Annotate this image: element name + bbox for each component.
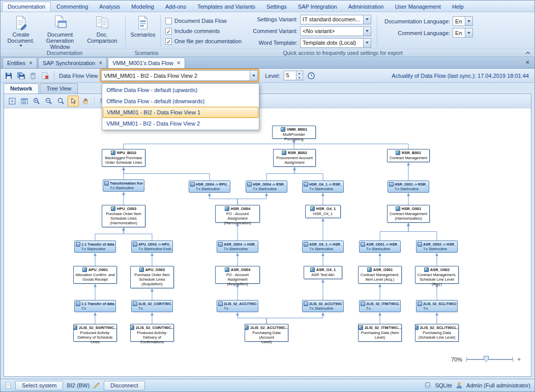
save-icon[interactable]	[3, 70, 14, 81]
zoom-out-icon[interactable]	[43, 96, 54, 107]
disconnect-button[interactable]: Disconnect	[104, 381, 144, 390]
zoom-slider[interactable]	[466, 359, 513, 360]
view-tab-network[interactable]: Network	[4, 83, 39, 94]
chevron-down-icon[interactable]	[363, 15, 371, 24]
zoom-slider-thumb[interactable]	[484, 356, 489, 363]
node-RPU_B010[interactable]: RPU_B010Backlogged PurchaseOrder Schedul…	[102, 149, 145, 167]
ribbon-tab-templates-and-variants[interactable]: Templates and Variants	[192, 2, 261, 12]
delete-icon[interactable]	[27, 70, 39, 81]
collapse-ribbon-button[interactable]	[521, 50, 534, 56]
combo-comment-language[interactable]: En	[453, 28, 473, 38]
node-DS_SGR[interactable]: 2LIS_02_SGR/T90C...Produced Activity:Del…	[73, 324, 117, 342]
combo-settings-variant[interactable]: IT standard documen...	[300, 15, 371, 24]
create-document-button[interactable]: Create Document.	[3, 13, 39, 48]
ribbon-tab-sap-integration[interactable]: SAP Integration	[292, 2, 343, 12]
ribbon-tab-help[interactable]: Help	[447, 2, 469, 12]
ribbon-tab-administration[interactable]: Administration	[343, 2, 390, 12]
node-ASR_O001[interactable]: ASR_O001Contract Management,Item Level (…	[358, 266, 402, 284]
chevron-down-icon[interactable]	[363, 39, 371, 47]
node-T5[interactable]: HSR_O001 -> RSR_B001T:x Startroutine	[388, 180, 429, 193]
node-T7[interactable]: APU_O003 -> HPU_O003T:x Startroutine End…	[131, 240, 173, 253]
ribbon-tab-analysis[interactable]: Analysis	[94, 2, 126, 12]
checkbox-one-file-per-documentation[interactable]: ✓One file per documentation	[165, 38, 242, 45]
dropdown-item-offline-data-flow-default-upwards[interactable]: Offline Data Flow - default (upwards)	[103, 84, 258, 96]
combo-word-template[interactable]: Template.dotx (Local)	[300, 38, 371, 48]
node-ASR_O4_1[interactable]: ASR_O4_1ASR Test Alin	[304, 266, 342, 279]
node-DS_ACC[interactable]: 2LIS_02_ACC/T90C...Purchasing Data (Acco…	[245, 324, 288, 342]
node-T16[interactable]: 2LIS_02_ITM/T90CLNT090 ->...T:x	[359, 300, 401, 312]
node-T12[interactable]: 1:1 Transfer of data from 2LIS...T:x	[74, 300, 116, 312]
node-VMM_M001[interactable]: VMM_M001MultiProvider Purchasing	[272, 126, 316, 139]
view-tab-tree-view[interactable]: Tree View	[40, 83, 78, 94]
close-tab-icon[interactable]: ×	[99, 61, 102, 66]
node-T11[interactable]: ASR_O002 -> HSR_O001T:x Startroutine	[416, 240, 458, 253]
close-tab-icon[interactable]: ×	[177, 61, 181, 66]
dropdown-item-vmm-mm01-bi2-data-flow-view-2[interactable]: VMM_MM01 - BI2 - Data Flow View 2	[103, 118, 258, 129]
document-tab-vmm-m001-s-data-flow[interactable]: VMM_M001's Data Flow×	[108, 57, 185, 68]
dropdown-item-vmm-mm01-bi2-data-flow-view-1[interactable]: VMM_MM01 - BI2 - Data Flow View 1	[103, 107, 258, 118]
spinner-up-icon[interactable]: ▲	[296, 71, 303, 76]
node-APU_O003[interactable]: APU_O003Purchase Order ItemSchedule Line…	[130, 266, 174, 288]
node-HSR_O001[interactable]: HSR_O001Contract Management(Harmonizatio…	[387, 205, 430, 223]
edit-connection-icon[interactable]	[93, 382, 100, 389]
node-DS_ITM[interactable]: 2LIS_02_ITM/T90C...Purchasing Data (Item…	[358, 324, 402, 342]
node-APU_O001[interactable]: APU_O001Allocation Confirm. andGoods Rec…	[73, 266, 117, 284]
zoom-in-icon[interactable]	[31, 96, 42, 107]
pan-hand-icon[interactable]	[80, 96, 91, 107]
remove-view-icon[interactable]	[40, 70, 51, 81]
node-RSR_B001[interactable]: RSR_B001Contract Management	[387, 149, 430, 162]
node-RSR_B002[interactable]: RSR_B002Procurement AccountAssignment	[273, 149, 316, 167]
node-HSR_O004[interactable]: HSR_O004PO - Account Assignment(Harmoniz…	[215, 205, 260, 223]
node-T8[interactable]: ASR_O004 -> HSR_O004T:x Startroutine	[217, 240, 258, 253]
node-T1[interactable]: Transformation from DSO HP...T:x Startro…	[103, 179, 144, 192]
checkbox-box-icon[interactable]	[165, 18, 172, 24]
save-all-icon[interactable]	[15, 70, 26, 81]
node-HSR_O4_1[interactable]: HSR_O4_1HSR_O4_1	[305, 205, 341, 218]
checkbox-include-comments[interactable]: ✓Include comments	[165, 28, 242, 35]
ribbon-tab-add-ons[interactable]: Add-ons	[160, 2, 192, 12]
node-HPU_O003[interactable]: HPU_O003Purchase Order ItemSchedule Line…	[102, 205, 145, 227]
ribbon-tab-documentation[interactable]: Documentation	[2, 2, 51, 12]
node-T2[interactable]: HSR_O004 -> RPU_B010T:x Startroutine	[189, 180, 230, 193]
node-ASR_O004[interactable]: ASR_O004PO - Account Assignment(Acquisit…	[215, 266, 260, 284]
node-T17[interactable]: 2LIS_02_SCL/T90CLNT090 ->...T:x	[416, 300, 458, 312]
fit-to-window-icon[interactable]	[7, 96, 18, 107]
chevron-down-icon[interactable]	[465, 17, 472, 25]
diagram-canvas[interactable]: 70% + VMM_M001MultiProvider PurchasingRP…	[4, 108, 531, 376]
chevron-down-icon[interactable]	[363, 27, 371, 36]
ribbon-tab-modeling[interactable]: Modeling	[126, 2, 160, 12]
spinner-down-icon[interactable]: ▼	[296, 76, 303, 80]
select-system-button[interactable]: Select system	[15, 381, 63, 390]
close-tab-icon[interactable]: ×	[29, 61, 33, 66]
clock-icon[interactable]	[306, 70, 317, 81]
node-T14[interactable]: 2LIS_02_ACC/T90CLNT090 ->...T:x	[217, 300, 258, 312]
node-T3[interactable]: HSR_O004 -> RSR_B002T:x Startroutine	[246, 180, 287, 193]
node-T15[interactable]: 2LIS_02_ACC/T90CLNT090 ->...T:x Startrou…	[302, 300, 344, 312]
close-document-icon[interactable]: ×	[523, 58, 531, 68]
node-DS_SCL[interactable]: 2LIS_02_SCL/T90CL...Purchasing Data(Sche…	[415, 324, 459, 342]
document-tab-sap-synchronization[interactable]: SAP Synchronization×	[38, 57, 107, 68]
data-flow-view-combo[interactable]: VMM_MM01 - BI2 - Data Flow View 2	[101, 70, 258, 81]
checkbox-document-data-flow[interactable]: Document Data Flow	[165, 18, 242, 24]
ribbon-tab-user-management[interactable]: User Management	[389, 2, 447, 12]
level-spinner[interactable]: 5 ▲▼	[284, 71, 303, 80]
node-T4[interactable]: HSR_O4_1 -> RSR_B002T:x Startroutine	[302, 180, 344, 193]
select-cursor-icon[interactable]	[68, 96, 79, 107]
dropdown-item-offline-data-flow-default-downwards[interactable]: Offline Data Flow - default (downwards)	[103, 96, 258, 107]
overview-window-icon[interactable]	[19, 96, 30, 107]
combo-comment-variant[interactable]: <No variant>	[300, 26, 371, 36]
doc-comparison-button[interactable]: Doc. Comparison	[81, 13, 124, 45]
node-T6[interactable]: 1:1 Transfer of data from APU...T:x Star…	[74, 240, 116, 253]
node-T10[interactable]: ASR_O001 -> HSR_O001T:x Startroutine	[359, 240, 401, 253]
node-ASR_O002[interactable]: ASR_O002Contract Management,Schedule Lin…	[415, 266, 459, 284]
chevron-down-icon[interactable]	[250, 71, 257, 80]
ribbon-tab-settings[interactable]: Settings	[261, 2, 292, 12]
chevron-down-icon[interactable]	[465, 28, 472, 37]
scenarios-button[interactable]: Scenarios	[127, 13, 159, 39]
checkbox-box-icon[interactable]: ✓	[165, 38, 172, 45]
document-tab-entities[interactable]: Entities×	[3, 57, 37, 68]
checkbox-box-icon[interactable]: ✓	[165, 28, 172, 35]
combo-documentation-language[interactable]: En	[453, 16, 473, 26]
document-generation-window-button[interactable]: Document Generation Window	[39, 13, 81, 51]
node-T9[interactable]: ASR_O4_1 -> HSR_O4_1T:x Startroutine	[302, 240, 344, 253]
